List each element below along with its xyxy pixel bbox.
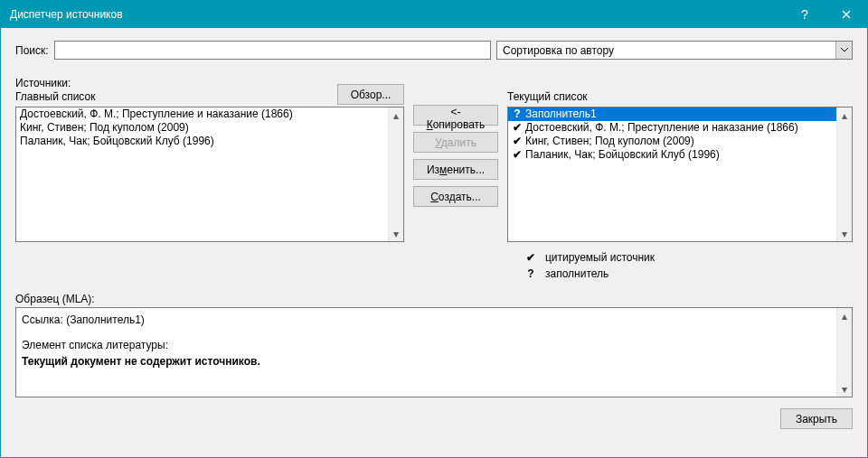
check-icon: ✔ (512, 135, 523, 148)
preview-label: Образец (MLA): (15, 293, 853, 305)
question-icon: ? (525, 266, 536, 282)
create-button[interactable]: Создать... (413, 186, 498, 207)
window-title: Диспетчер источников (10, 8, 123, 21)
footer: Закрыть (15, 397, 853, 429)
help-button[interactable]: ? (784, 1, 826, 28)
sort-value: Сортировка по автору (503, 44, 614, 57)
list-item[interactable]: ✔Кинг, Стивен; Под куполом (2009) (508, 135, 836, 148)
check-icon: ✔ (512, 148, 523, 162)
dialog-body: Поиск: Сортировка по автору Источники: Г… (1, 28, 867, 457)
scrollbar[interactable]: ▴ ▾ (836, 107, 852, 241)
scroll-up-icon[interactable]: ▴ (837, 308, 853, 323)
edit-button[interactable]: Изменить... (413, 159, 498, 180)
search-input[interactable] (54, 41, 491, 60)
legend: ✔цитируемый источник ?заполнитель (507, 249, 853, 282)
scroll-down-icon[interactable]: ▾ (837, 226, 853, 241)
preview-biblio-text: Текущий документ не содержит источников. (22, 353, 831, 369)
list-item[interactable]: Достоевский, Ф. М.; Преступление и наказ… (16, 107, 388, 121)
chevron-down-icon (835, 42, 852, 59)
legend-placeholder: заполнитель (545, 266, 609, 282)
current-list-column: Текущий список ?Заполнитель1✔Достоевский… (507, 76, 853, 282)
browse-button[interactable]: Обзор... (337, 84, 404, 105)
preview-box: Ссылка: (Заполнитель1) Элемент списка ли… (15, 307, 853, 397)
sort-combo[interactable]: Сортировка по автору (496, 41, 853, 60)
legend-cited: цитируемый источник (545, 249, 655, 266)
window-controls: ? (784, 1, 867, 28)
list-item[interactable]: Паланик, Чак; Бойцовский Клуб (1996) (16, 135, 388, 148)
sources-label: Источники: (15, 77, 95, 91)
scroll-up-icon[interactable]: ▴ (389, 107, 404, 123)
master-list-column: Источники: Главный список Обзор... Досто… (15, 76, 404, 282)
action-buttons-column: <- Копировать Удалить Изменить... Создат… (413, 76, 498, 282)
list-item[interactable]: ?Заполнитель1 (508, 107, 836, 121)
scrollbar[interactable]: ▴ ▾ (836, 308, 852, 397)
copy-button[interactable]: <- Копировать (413, 105, 498, 126)
lists-row: Источники: Главный список Обзор... Досто… (15, 76, 853, 282)
scroll-down-icon[interactable]: ▾ (389, 226, 404, 241)
master-listbox[interactable]: Достоевский, Ф. М.; Преступление и наказ… (15, 107, 404, 242)
close-icon (842, 10, 851, 19)
scrollbar[interactable]: ▴ ▾ (388, 107, 403, 241)
scroll-down-icon[interactable]: ▾ (837, 381, 853, 397)
close-button[interactable] (826, 1, 867, 28)
scroll-up-icon[interactable]: ▴ (837, 107, 853, 123)
list-item[interactable]: ✔Достоевский, Ф. М.; Преступление и нака… (508, 121, 836, 135)
close-dialog-button[interactable]: Закрыть (780, 408, 853, 429)
source-manager-dialog: Диспетчер источников ? Поиск: Сортировка… (0, 0, 868, 458)
question-icon: ? (512, 107, 523, 121)
check-icon: ✔ (512, 121, 523, 135)
delete-button: Удалить (413, 132, 498, 153)
search-sort-row: Поиск: Сортировка по автору (15, 41, 853, 60)
current-list-header: Текущий список (507, 76, 853, 105)
current-list-label: Текущий список (507, 90, 588, 105)
check-icon: ✔ (525, 249, 536, 266)
list-item[interactable]: Кинг, Стивен; Под куполом (2009) (16, 121, 388, 135)
current-listbox[interactable]: ?Заполнитель1✔Достоевский, Ф. М.; Престу… (507, 107, 853, 242)
list-item[interactable]: ✔Паланик, Чак; Бойцовский Клуб (1996) (508, 148, 836, 162)
preview-biblio-label: Элемент списка литературы: (22, 337, 831, 353)
search-label: Поиск: (15, 44, 49, 57)
master-list-label: Главный список (15, 90, 95, 105)
master-list-header: Источники: Главный список Обзор... (15, 76, 404, 105)
preview-citation: Ссылка: (Заполнитель1) (22, 312, 831, 328)
titlebar: Диспетчер источников ? (1, 1, 867, 28)
